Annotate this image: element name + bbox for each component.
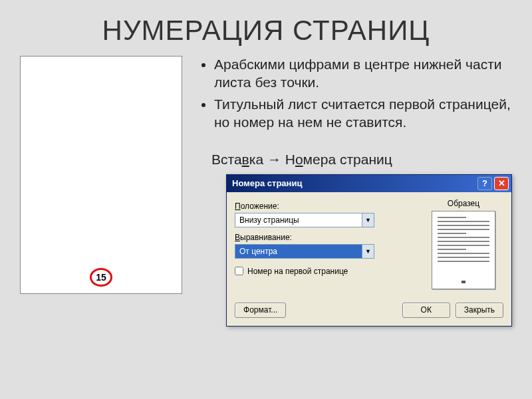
cancel-button[interactable]: Закрыть [456, 303, 503, 318]
position-value: Внизу страницы [235, 215, 362, 225]
page-number: 15 [96, 272, 106, 283]
format-button[interactable]: Формат... [235, 303, 286, 318]
dialog-title-text: Номера страниц [232, 178, 302, 188]
help-icon[interactable]: ? [477, 177, 492, 190]
dialog-body: Положение: Внизу страницы ▼ Выравнивание… [227, 192, 511, 297]
first-page-checkbox-row[interactable]: Номер на первой странице [235, 267, 414, 276]
first-page-checkbox-label: Номер на первой странице [247, 267, 348, 276]
alignment-label: Выравнивание: [235, 233, 414, 242]
dialog-right-panel: Образец [424, 199, 503, 289]
preview-pagenum-mark [462, 281, 466, 283]
position-label: Положение: [235, 201, 414, 211]
alignment-value: От центра [235, 247, 362, 256]
arrow-icon: → [267, 152, 281, 167]
first-page-checkbox[interactable] [235, 267, 243, 275]
chevron-down-icon[interactable]: ▼ [362, 245, 374, 258]
content-area: 15 Арабскими цифрами в центре нижней час… [0, 56, 532, 327]
bullet-item: Титульный лист считается первой странице… [214, 96, 512, 132]
chevron-down-icon[interactable]: ▼ [362, 213, 374, 227]
preview-label: Образец [424, 199, 503, 208]
position-combobox[interactable]: Внизу страницы ▼ [235, 213, 374, 227]
slide-title: НУМЕРАЦИЯ СТРАНИЦ [0, 0, 532, 56]
page-numbers-dialog: Номера страниц ? ✕ Положение: Внизу стра… [226, 174, 512, 327]
right-column: Арабскими цифрами в центре нижней части … [200, 56, 512, 327]
bullet-list: Арабскими цифрами в центре нижней части … [200, 56, 512, 136]
alignment-combobox[interactable]: От центра ▼ [235, 244, 374, 259]
ok-button[interactable]: ОК [402, 303, 450, 318]
page-example: 15 [20, 56, 182, 294]
page-number-highlight: 15 [90, 268, 112, 287]
dialog-titlebar[interactable]: Номера страниц ? ✕ [227, 175, 511, 192]
dialog-left-panel: Положение: Внизу страницы ▼ Выравнивание… [235, 199, 414, 289]
preview-thumbnail [432, 211, 495, 289]
menu-path: Вставка → Номера страниц [211, 152, 512, 168]
bullet-item: Арабскими цифрами в центре нижней части … [214, 56, 512, 92]
dialog-footer: Формат... ОК Закрыть [227, 297, 511, 326]
close-icon[interactable]: ✕ [494, 177, 509, 190]
